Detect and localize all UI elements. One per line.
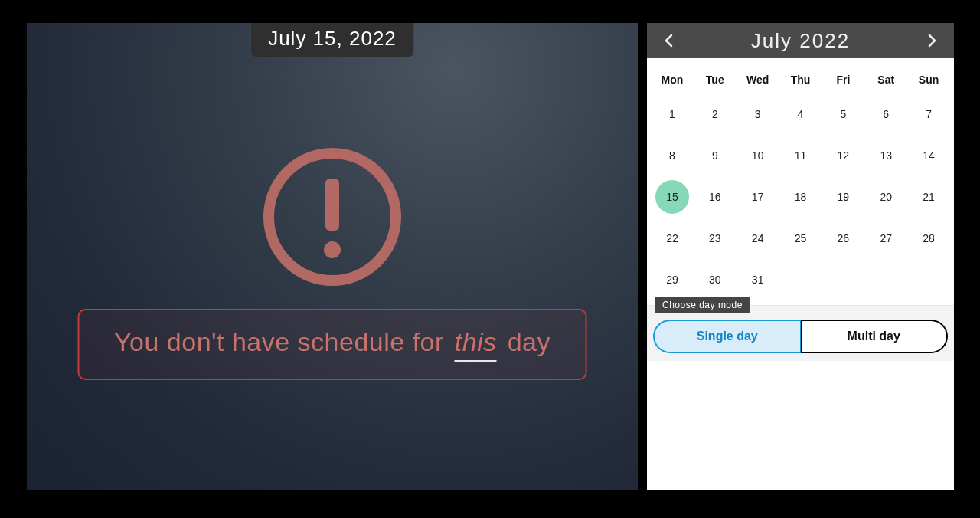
calendar-day[interactable]: 3 — [737, 93, 779, 135]
calendar-day[interactable]: 29 — [651, 259, 694, 300]
calendar-day[interactable]: 27 — [864, 218, 907, 259]
calendar-day[interactable]: 18 — [779, 176, 822, 218]
calendar-day[interactable]: 12 — [822, 135, 864, 176]
calendar-weekday: Tue — [694, 66, 737, 93]
schedule-panel: July 15, 2022 You don't have schedule fo… — [27, 23, 638, 490]
calendar-day — [907, 259, 950, 300]
calendar-day[interactable]: 15 — [651, 176, 694, 218]
calendar-day — [779, 259, 822, 300]
calendar-day[interactable]: 22 — [651, 218, 694, 259]
calendar-filler — [647, 361, 954, 490]
day-mode-section: Choose day mode Single day Multi day — [647, 305, 954, 361]
calendar-title: July 2022 — [751, 29, 850, 53]
calendar-day[interactable]: 20 — [864, 176, 907, 218]
calendar-day[interactable]: 26 — [822, 218, 864, 259]
day-mode-toggle: Single day Multi day — [653, 320, 948, 353]
calendar-day[interactable]: 8 — [651, 135, 694, 176]
calendar-day[interactable]: 10 — [737, 135, 779, 176]
calendar-day[interactable]: 1 — [651, 93, 694, 135]
calendar-weekday: Mon — [651, 66, 694, 93]
calendar-day[interactable]: 2 — [694, 93, 737, 135]
calendar-day[interactable]: 5 — [822, 93, 864, 135]
calendar-day[interactable]: 30 — [694, 259, 737, 300]
calendar-day[interactable]: 24 — [737, 218, 779, 259]
day-mode-label: Choose day mode — [655, 297, 750, 313]
calendar-day[interactable]: 28 — [907, 218, 950, 259]
calendar-day[interactable]: 7 — [907, 93, 950, 135]
calendar-day[interactable]: 6 — [864, 93, 907, 135]
calendar-day[interactable]: 25 — [779, 218, 822, 259]
calendar-day[interactable]: 19 — [822, 176, 864, 218]
prev-month-button[interactable] — [662, 34, 676, 48]
calendar-day — [822, 259, 864, 300]
selected-date-badge: July 15, 2022 — [251, 23, 413, 57]
calendar-weekday: Wed — [737, 66, 779, 93]
empty-message-emphasis: this — [455, 327, 497, 358]
alert-icon — [260, 144, 405, 290]
calendar-weekday: Fri — [822, 66, 864, 93]
calendar-header: July 2022 — [647, 23, 954, 58]
calendar-day[interactable]: 9 — [694, 135, 737, 176]
calendar-weekday: Sat — [864, 66, 907, 93]
calendar-day[interactable]: 11 — [779, 135, 822, 176]
calendar-panel: July 2022 MonTueWedThuFriSatSun 12345678… — [647, 23, 954, 490]
calendar-day[interactable]: 23 — [694, 218, 737, 259]
next-month-button[interactable] — [925, 34, 939, 48]
calendar-day[interactable]: 13 — [864, 135, 907, 176]
calendar-day[interactable]: 4 — [779, 93, 822, 135]
calendar-day — [864, 259, 907, 300]
calendar-day[interactable]: 16 — [694, 176, 737, 218]
empty-schedule-message: You don't have schedule for this day — [78, 309, 587, 380]
calendar-grid: MonTueWedThuFriSatSun 123456789101112131… — [647, 58, 954, 300]
svg-point-2 — [324, 241, 341, 258]
multi-day-toggle[interactable]: Multi day — [801, 320, 949, 353]
single-day-toggle[interactable]: Single day — [653, 320, 801, 353]
calendar-day[interactable]: 17 — [737, 176, 779, 218]
empty-message-prefix: You don't have schedule for — [114, 327, 452, 356]
svg-rect-1 — [325, 179, 339, 231]
calendar-day[interactable]: 14 — [907, 135, 950, 176]
calendar-day[interactable]: 31 — [737, 259, 779, 300]
calendar-weekday: Sun — [907, 66, 950, 93]
empty-message-suffix: day — [500, 327, 550, 356]
calendar-day[interactable]: 21 — [907, 176, 950, 218]
calendar-weekday: Thu — [779, 66, 822, 93]
